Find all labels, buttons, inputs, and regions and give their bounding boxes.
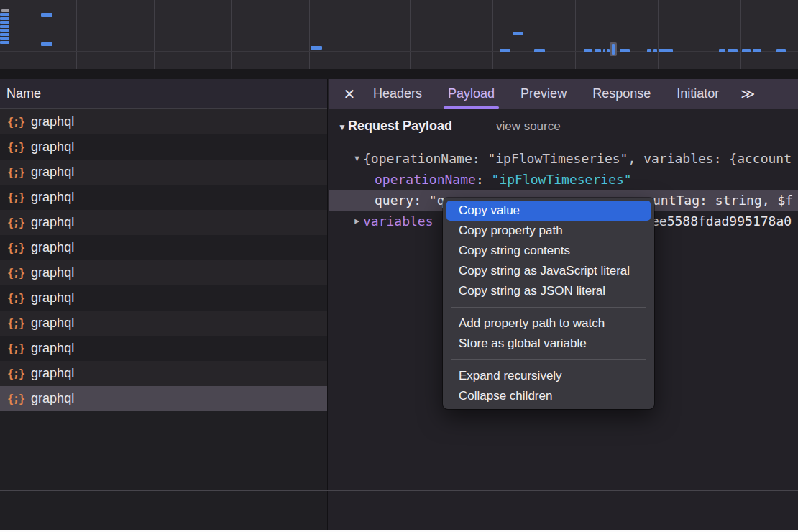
collapse-triangle-icon[interactable]: ▼: [338, 122, 347, 132]
operation-name-key: operationName: [375, 172, 476, 187]
waterfall-request-bar[interactable]: [620, 49, 630, 52]
waterfall-request-bar[interactable]: [719, 49, 725, 52]
waterfall-request-bar[interactable]: [0, 17, 9, 20]
request-row-graphql[interactable]: {;}graphql: [0, 285, 327, 311]
request-row-graphql[interactable]: {;}graphql: [0, 160, 327, 185]
json-braces-icon: {;}: [7, 116, 24, 129]
request-rows: {;}graphql{;}graphql{;}graphql{;}graphql…: [0, 109, 327, 411]
waterfall-request-bar[interactable]: [728, 49, 738, 52]
timeline-gridline: [658, 0, 659, 69]
close-icon[interactable]: ✕: [340, 85, 359, 104]
waterfall-request-bar[interactable]: [659, 49, 673, 52]
menu-item-collapse-children[interactable]: Collapse children: [446, 386, 651, 406]
waterfall-request-bar[interactable]: [534, 49, 545, 52]
request-row-graphql[interactable]: {;}graphql: [0, 361, 327, 386]
waterfall-request-bar[interactable]: [0, 21, 9, 24]
menu-separator: [451, 359, 646, 360]
tab-headers[interactable]: Headers: [362, 79, 434, 109]
waterfall-request-bar[interactable]: [653, 49, 657, 52]
menu-item-add-property-path-to-watch[interactable]: Add property path to watch: [446, 313, 651, 334]
expand-triangle-icon[interactable]: ▶: [351, 216, 363, 226]
menu-item-copy-string-as-json-literal[interactable]: Copy string as JSON literal: [446, 281, 651, 301]
view-source-link[interactable]: view source: [496, 119, 561, 134]
payload-root-row[interactable]: ▼ {operationName: "ipFlowTimeseries", va…: [329, 148, 798, 169]
waterfall-request-bar[interactable]: [595, 49, 601, 52]
operation-colon: :: [476, 172, 492, 187]
timeline-gridline: [410, 0, 411, 69]
timeline-gridline: [0, 51, 798, 52]
tab-response[interactable]: Response: [581, 79, 662, 109]
json-braces-icon: {;}: [7, 242, 24, 254]
timeline-gridline: [231, 0, 232, 69]
menu-separator: [451, 307, 646, 308]
request-row-graphql[interactable]: {;}graphql: [0, 386, 327, 411]
waterfall-request-bar[interactable]: [311, 46, 322, 50]
request-name-label: graphql: [31, 165, 74, 180]
json-braces-icon: {;}: [7, 367, 24, 380]
request-name-label: graphql: [31, 391, 74, 406]
menu-item-copy-string-as-javascript-literal[interactable]: Copy string as JavaScript literal: [446, 261, 651, 281]
json-braces-icon: {;}: [7, 342, 24, 355]
request-row-graphql[interactable]: {;}graphql: [0, 260, 327, 285]
request-row-graphql[interactable]: {;}graphql: [0, 134, 327, 160]
timeline-gridline: [0, 17, 798, 17]
menu-item-copy-value[interactable]: Copy value: [446, 201, 651, 221]
waterfall-request-bar[interactable]: [776, 49, 786, 52]
name-column-label: Name: [6, 86, 41, 101]
request-name-label: graphql: [31, 290, 74, 306]
menu-item-copy-property-path[interactable]: Copy property path: [446, 221, 651, 241]
waterfall-request-bar[interactable]: [753, 49, 761, 52]
waterfall-request-bar[interactable]: [584, 49, 592, 52]
menu-item-store-as-global-variable[interactable]: Store as global variable: [446, 334, 651, 354]
query-left-fragment: query: "qu: [375, 193, 452, 208]
json-braces-icon: {;}: [7, 191, 24, 204]
menu-item-copy-string-contents[interactable]: Copy string contents: [446, 241, 651, 261]
tab-initiator[interactable]: Initiator: [665, 79, 730, 109]
request-name-label: graphql: [31, 366, 74, 381]
variables-key: variables: [363, 214, 434, 229]
waterfall-request-bar[interactable]: [0, 41, 9, 44]
waterfall-request-bar[interactable]: [513, 32, 523, 35]
waterfall-request-bar[interactable]: [0, 33, 9, 36]
request-payload-header[interactable]: ▼ Request Payload view source: [338, 119, 561, 134]
request-row-graphql[interactable]: {;}graphql: [0, 210, 327, 235]
network-overview-timeline[interactable]: [0, 0, 798, 69]
request-row-graphql[interactable]: {;}graphql: [0, 311, 327, 336]
request-row-graphql[interactable]: {;}graphql: [0, 336, 327, 361]
json-braces-icon: {;}: [7, 393, 24, 405]
name-column-header[interactable]: Name: [0, 79, 327, 109]
expand-triangle-icon[interactable]: ▼: [351, 154, 363, 163]
waterfall-request-bar[interactable]: [0, 13, 9, 16]
menu-item-expand-recursively[interactable]: Expand recursively: [446, 366, 651, 386]
tab-payload[interactable]: Payload: [436, 79, 506, 109]
waterfall-request-bar[interactable]: [742, 49, 751, 52]
overflow-chevron-icon[interactable]: ≫: [740, 86, 753, 102]
waterfall-request-bar[interactable]: [41, 13, 52, 17]
request-name-label: graphql: [31, 139, 74, 155]
waterfall-request-bar[interactable]: [0, 29, 9, 32]
timeline-gridline: [309, 0, 310, 69]
json-braces-icon: {;}: [7, 317, 24, 330]
waterfall-request-bar[interactable]: [41, 42, 52, 46]
footer-divider: [0, 490, 798, 491]
request-list-panel: Name {;}graphql{;}graphql{;}graphql{;}gr…: [0, 79, 328, 530]
tab-preview[interactable]: Preview: [509, 79, 578, 109]
timeline-gridline: [740, 0, 741, 69]
json-braces-icon: {;}: [7, 141, 24, 154]
waterfall-request-bar[interactable]: [603, 49, 605, 52]
variables-right-fragment: ee5588fdad995178a0: [651, 211, 792, 231]
waterfall-request-bar[interactable]: [647, 49, 651, 52]
waterfall-request-bar[interactable]: [0, 25, 9, 28]
timeline-gridline: [575, 0, 576, 69]
json-braces-icon: {;}: [7, 292, 24, 305]
payload-root-preview: {operationName: "ipFlowTimeseries", vari…: [363, 151, 792, 166]
timeline-bottom-strip: [0, 69, 798, 79]
request-row-graphql[interactable]: {;}graphql: [0, 185, 327, 210]
request-row-graphql[interactable]: {;}graphql: [0, 235, 327, 260]
timeline-selected-bar: [612, 44, 615, 55]
waterfall-request-bar[interactable]: [500, 49, 510, 52]
operation-name-row[interactable]: operationName: "ipFlowTimeseries": [329, 169, 798, 190]
detail-tab-bar: ✕ HeadersPayloadPreviewResponseInitiator…: [329, 79, 798, 109]
request-row-graphql[interactable]: {;}graphql: [0, 109, 327, 134]
waterfall-request-bar[interactable]: [0, 37, 9, 40]
